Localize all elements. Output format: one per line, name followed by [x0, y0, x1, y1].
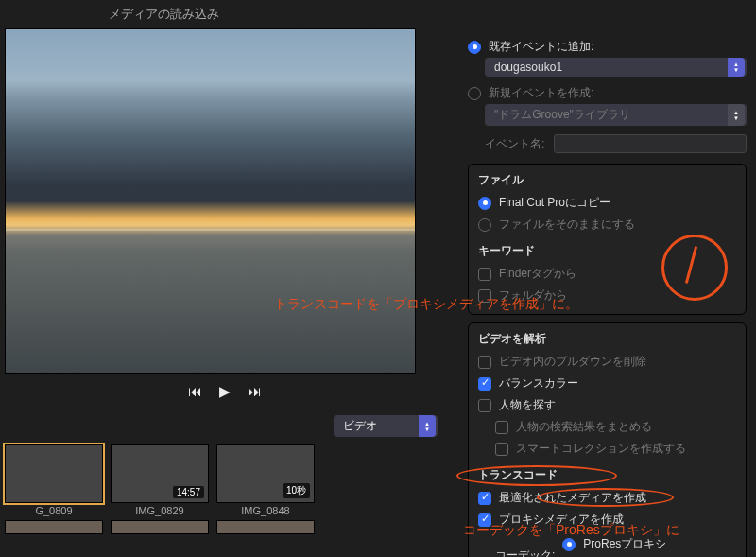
folder-keywords-label: フォルダから: [499, 287, 567, 304]
thumbnail-image[interactable]: [5, 520, 103, 534]
thumbnail-duration-badge: 10秒: [283, 483, 310, 498]
balance-color-label: バランスカラー: [499, 375, 578, 392]
copy-to-fcp-label: Final Cut Proにコピー: [499, 195, 610, 211]
event-name-field: [554, 134, 747, 153]
consolidate-people-checkbox: [495, 421, 508, 434]
codec-prores-label: ProResプロキシ: [583, 536, 666, 552]
analyze-transcode-section: ビデオを解析 ビデオ内のプルダウンを削除 バランスカラー 人物を探す 人物の検索…: [468, 322, 747, 557]
file-heading: ファイル: [478, 172, 736, 192]
new-event-library-select: "ドラムGroove"ライブラリ: [485, 104, 747, 126]
preview-pane: ⏮ ▶ ⏭ ビデオ G_0809 14:57 IMG_0829: [0, 28, 449, 557]
chevron-updown-icon: [728, 104, 745, 126]
thumbnail-strip-row2: [0, 516, 449, 534]
next-button[interactable]: ⏭: [248, 383, 262, 400]
proxy-media-checkbox[interactable]: [478, 513, 491, 527]
copy-to-fcp-radio[interactable]: [478, 197, 491, 210]
finder-tags-label: Finderタグから: [499, 266, 576, 282]
leave-file-label: ファイルをそのままにする: [499, 217, 635, 233]
optimized-media-label: 最適化されたメディアを作成: [499, 490, 646, 506]
thumbnail-image[interactable]: [216, 520, 315, 534]
playback-controls: ⏮ ▶ ⏭: [0, 374, 449, 409]
thumbnail-caption: G_0809: [5, 503, 103, 516]
consolidate-people-label: 人物の検索結果をまとめる: [516, 419, 652, 435]
remove-pulldown-checkbox[interactable]: [478, 356, 491, 369]
leave-file-radio[interactable]: [478, 218, 491, 232]
existing-event-value: dougasouko1: [494, 61, 562, 74]
codec-prores-radio[interactable]: [562, 538, 576, 551]
analyze-heading: ビデオを解析: [478, 331, 736, 351]
smart-collection-label: スマートコレクションを作成する: [516, 441, 686, 457]
keyword-heading: キーワード: [478, 235, 736, 263]
find-people-checkbox[interactable]: [478, 399, 491, 412]
new-event-label: 新規イベントを作成:: [489, 85, 593, 101]
remove-pulldown-label: ビデオ内のプルダウンを削除: [499, 354, 646, 370]
new-event-radio[interactable]: [468, 87, 481, 100]
play-button[interactable]: ▶: [219, 383, 231, 400]
optimized-media-checkbox[interactable]: [478, 492, 491, 505]
thumbnail-strip: G_0809 14:57 IMG_0829 10秒 IMG_0848: [0, 444, 449, 516]
smart-collection-checkbox: [495, 443, 508, 456]
chevron-updown-icon: [419, 415, 436, 437]
transcode-heading: トランスコード: [478, 460, 736, 487]
thumbnail-item[interactable]: 10秒 IMG_0848: [216, 444, 315, 516]
add-to-existing-event-radio[interactable]: [468, 41, 481, 54]
thumbnail-image[interactable]: [111, 520, 209, 534]
media-filter-select[interactable]: ビデオ: [334, 415, 438, 437]
media-preview: [5, 28, 416, 374]
file-keyword-section: ファイル Final Cut Proにコピー ファイルをそのままにする キーワー…: [468, 164, 747, 315]
window-title: メディアの読み込み: [0, 0, 756, 28]
thumbnail-image: [5, 444, 103, 503]
import-options-panel: 既存イベントに追加: dougasouko1 新規イベントを作成: "ドラムGr…: [449, 28, 756, 557]
event-name-label: イベント名:: [485, 136, 544, 152]
thumbnail-item[interactable]: 14:57 IMG_0829: [111, 444, 209, 516]
existing-event-select[interactable]: dougasouko1: [485, 58, 747, 77]
thumbnail-image: 10秒: [216, 444, 315, 503]
new-event-library-placeholder: "ドラムGroove"ライブラリ: [494, 107, 630, 123]
codec-label: コーデック:: [495, 548, 555, 557]
find-people-label: 人物を探す: [499, 397, 556, 413]
finder-tags-checkbox[interactable]: [478, 268, 491, 281]
thumbnail-caption: IMG_0829: [111, 503, 209, 516]
proxy-media-label: プロキシメディアを作成: [499, 512, 624, 528]
media-filter-value: ビデオ: [343, 418, 377, 434]
balance-color-checkbox[interactable]: [478, 377, 491, 391]
prev-button[interactable]: ⏮: [188, 383, 202, 400]
chevron-updown-icon: [728, 58, 745, 77]
thumbnail-image: 14:57: [111, 444, 209, 503]
add-to-existing-event-label: 既存イベントに追加:: [489, 39, 593, 55]
thumbnail-caption: IMG_0848: [216, 503, 315, 516]
thumbnail-item[interactable]: G_0809: [5, 444, 103, 516]
folder-keywords-checkbox[interactable]: [478, 289, 491, 303]
thumbnail-duration-badge: 14:57: [173, 486, 204, 498]
